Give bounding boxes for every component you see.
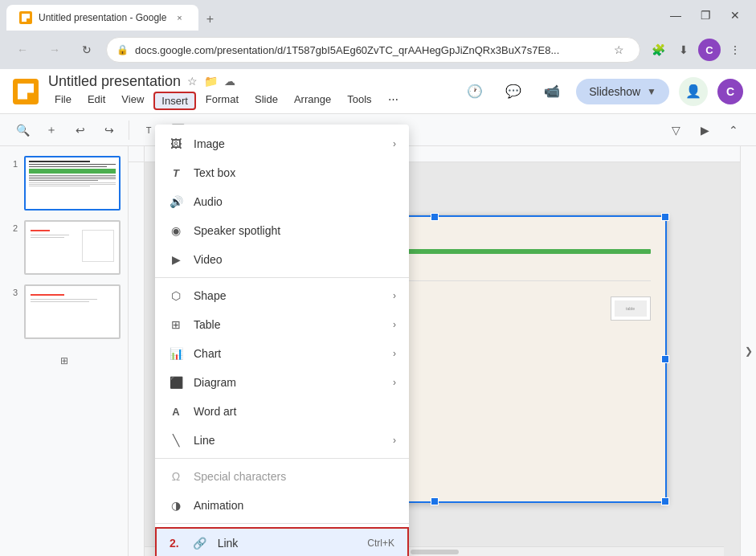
- menu-option-animation[interactable]: ◑ Animation: [155, 491, 409, 520]
- menu-tools[interactable]: Tools: [341, 92, 378, 110]
- textbox-icon: T: [168, 165, 184, 181]
- undo-button[interactable]: ↩: [67, 117, 93, 143]
- line-icon: ╲: [168, 432, 184, 448]
- slide-thumb-1[interactable]: [24, 156, 121, 211]
- image-icon: 🖼: [168, 136, 184, 152]
- menu-option-image[interactable]: 🖼 Image ›: [155, 129, 409, 158]
- play-button[interactable]: ▶: [692, 117, 717, 143]
- browser-toolbar-right: 🧩 ⬇ C ⋮: [647, 39, 746, 61]
- menu-option-special-chars: Ω Special characters: [155, 462, 409, 491]
- right-panel: ❯: [740, 146, 756, 556]
- search-toolbar-button[interactable]: 🔍: [10, 117, 35, 143]
- redo-button[interactable]: ↪: [96, 117, 122, 143]
- menu-option-video[interactable]: ▶ Video: [155, 245, 409, 274]
- menu-option-shape[interactable]: ⬡ Shape ›: [155, 281, 409, 310]
- menu-more[interactable]: ⋯: [382, 92, 405, 110]
- word-art-icon: A: [168, 403, 184, 419]
- menu-option-line[interactable]: ╲ Line ›: [155, 426, 409, 455]
- minimize-button[interactable]: —: [660, 6, 691, 25]
- slideshow-label: Slideshow: [589, 85, 640, 98]
- star-icon[interactable]: ☆: [187, 75, 198, 88]
- menu-option-chart[interactable]: 📊 Chart ›: [155, 339, 409, 368]
- animation-icon: ◑: [168, 497, 184, 513]
- expand-button[interactable]: ⌃: [721, 117, 746, 143]
- slide-thumb-2[interactable]: [24, 220, 121, 275]
- app-header-right: 🕐 💬 📹 Slideshow ▼ 👤 C: [460, 77, 743, 106]
- speaker-spotlight-icon: ◉: [168, 223, 184, 239]
- menu-sep-2: [155, 458, 409, 459]
- bookmark-icon[interactable]: ☆: [607, 39, 630, 61]
- menu-slide[interactable]: Slide: [248, 92, 284, 110]
- video-icon: ▶: [168, 251, 184, 268]
- browser-titlebar: Untitled presentation - Google × + — ❐ ✕: [0, 0, 756, 31]
- refresh-button[interactable]: ↻: [74, 37, 100, 63]
- slideshow-button[interactable]: Slideshow ▼: [576, 79, 669, 104]
- chat-button[interactable]: 💬: [499, 77, 528, 106]
- tab-title: Untitled presentation - Google: [39, 12, 166, 23]
- history-button[interactable]: 🕐: [460, 77, 489, 106]
- menu-option-word-art[interactable]: A Word art: [155, 397, 409, 426]
- window-controls: — ❐ ✕: [660, 6, 750, 25]
- special-chars-icon: Ω: [168, 468, 184, 484]
- present-button[interactable]: 📹: [537, 77, 566, 106]
- address-bar[interactable]: 🔒 docs.google.com/presentation/d/1T587gb…: [106, 37, 640, 63]
- active-tab[interactable]: Untitled presentation - Google ×: [6, 5, 198, 31]
- menu-edit[interactable]: Edit: [81, 92, 112, 110]
- menu-sep-1: [155, 277, 409, 278]
- tab-favicon: [19, 11, 32, 24]
- menu-file[interactable]: File: [48, 92, 78, 110]
- collab-button[interactable]: 👤: [679, 77, 708, 106]
- slideshow-arrow-icon: ▼: [647, 86, 656, 97]
- forward-button[interactable]: →: [42, 37, 67, 63]
- app-logo: [13, 79, 39, 104]
- close-button[interactable]: ✕: [721, 6, 750, 25]
- menu-option-audio[interactable]: 🔊 Audio: [155, 187, 409, 216]
- collapse-right-button[interactable]: ❯: [741, 335, 757, 367]
- menu-sep-3: [155, 523, 409, 524]
- app-title[interactable]: Untitled presentation: [48, 73, 181, 90]
- menu-format[interactable]: Format: [199, 92, 245, 110]
- filter-button[interactable]: ▽: [663, 117, 689, 143]
- chart-icon: 📊: [168, 345, 184, 362]
- address-actions: ☆: [607, 39, 630, 61]
- address-text: docs.google.com/presentation/d/1T587gbI5…: [135, 44, 601, 56]
- back-button[interactable]: ←: [10, 37, 35, 63]
- audio-icon: 🔊: [168, 194, 184, 210]
- app-header: Untitled presentation ☆ 📁 ☁ File Edit Vi…: [0, 69, 756, 114]
- download-button[interactable]: ⬇: [672, 39, 695, 61]
- menu-option-diagram[interactable]: ⬛ Diagram ›: [155, 368, 409, 397]
- app-title-section: Untitled presentation ☆ 📁 ☁ File Edit Vi…: [48, 73, 451, 110]
- cloud-icon[interactable]: ☁: [224, 75, 235, 88]
- slide-item-2[interactable]: 2: [6, 220, 121, 275]
- menu-option-link[interactable]: 2. 🔗 Link Ctrl+K: [155, 527, 409, 556]
- shape-icon: ⬡: [168, 288, 184, 304]
- link-icon: 🔗: [192, 535, 208, 551]
- maximize-button[interactable]: ❐: [691, 6, 721, 25]
- menu-arrange[interactable]: Arrange: [288, 92, 337, 110]
- app-menu: File Edit View Insert Format Slide Arran…: [48, 92, 451, 110]
- lock-icon: 🔒: [116, 44, 129, 55]
- browser-addressbar: ← → ↻ 🔒 docs.google.com/presentation/d/1…: [0, 31, 756, 69]
- menu-view[interactable]: View: [115, 92, 150, 110]
- insert-dropdown-menu: 🖼 Image › T Text box 🔊 Audio ◉ Speaker s…: [155, 125, 409, 556]
- user-avatar[interactable]: C: [717, 79, 743, 104]
- menu-insert[interactable]: Insert: [153, 92, 196, 110]
- folder-icon[interactable]: 📁: [204, 75, 218, 88]
- menu-option-table[interactable]: ⊞ Table ›: [155, 310, 409, 339]
- zoom-button[interactable]: ＋: [39, 117, 64, 143]
- slides-panel: 1: [0, 146, 129, 556]
- toolbar-divider: [129, 121, 129, 140]
- diagram-icon: ⬛: [168, 374, 184, 390]
- menu-option-speaker-spotlight[interactable]: ◉ Speaker spotlight: [155, 216, 409, 245]
- browser-menu-button[interactable]: ⋮: [724, 39, 746, 61]
- new-tab-button[interactable]: +: [198, 8, 221, 31]
- browser-avatar[interactable]: C: [698, 39, 721, 61]
- add-slide-button[interactable]: ⊞: [6, 355, 121, 366]
- tab-close-button[interactable]: ×: [173, 11, 186, 24]
- extensions-button[interactable]: 🧩: [647, 39, 669, 61]
- table-icon: ⊞: [168, 317, 184, 333]
- slide-thumb-3[interactable]: [24, 284, 121, 339]
- slide-item-3[interactable]: 3: [6, 284, 121, 339]
- slide-item-1[interactable]: 1: [6, 156, 121, 211]
- menu-option-textbox[interactable]: T Text box: [155, 158, 409, 187]
